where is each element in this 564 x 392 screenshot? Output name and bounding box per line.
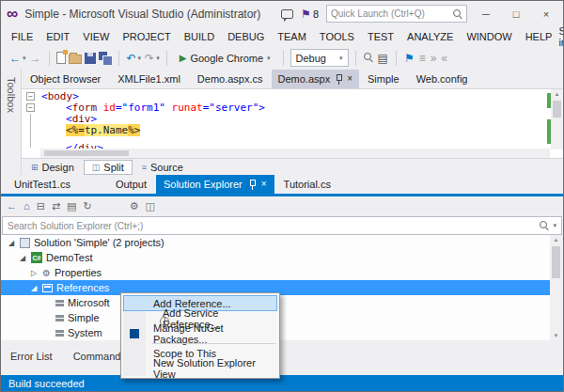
back-icon[interactable]: ← (7, 201, 17, 212)
menu-team[interactable]: TEAM (271, 28, 313, 45)
scroll-up-icon[interactable]: ▲ (550, 235, 562, 244)
tab-output[interactable]: Output (106, 175, 156, 194)
menu-view[interactable]: VIEW (76, 28, 116, 45)
visual-studio-window: ∞ Simple - Microsoft Visual Studio (Admi… (0, 0, 564, 392)
expander-expanded-icon[interactable]: ◢ (29, 284, 39, 292)
minimize-button[interactable]: ─ (475, 8, 497, 20)
solution-configuration-dropdown[interactable]: Debug ▾ (290, 49, 349, 67)
menu-help[interactable]: HELP (519, 28, 559, 45)
redo-dropdown-icon[interactable]: ▾ (156, 55, 160, 62)
tab-design[interactable]: ⊞Design (24, 161, 82, 174)
redo-icon[interactable]: ↷ (144, 52, 155, 65)
undo-dropdown-icon[interactable]: ▾ (138, 55, 142, 62)
tab-xmlfile1[interactable]: XMLFile1.xml (109, 70, 189, 88)
search-icon (453, 9, 462, 19)
fold-collapse-icon[interactable]: − (26, 92, 35, 101)
scrollbar-thumb[interactable] (44, 150, 129, 156)
outdent-icon[interactable]: « (440, 52, 448, 65)
refresh-icon[interactable]: ↻ (84, 201, 92, 212)
menu-test[interactable]: TEST (361, 28, 400, 45)
expander-expanded-icon[interactable]: ◢ (18, 254, 27, 262)
toolbar-separator (166, 51, 167, 66)
tab-simple[interactable]: Simple (359, 70, 408, 88)
close-button[interactable]: × (535, 8, 557, 20)
tab-split[interactable]: ◫Split (84, 160, 133, 175)
references-context-menu: Add Reference... Add Service Reference..… (120, 292, 280, 379)
toolbox-panel-tab[interactable]: Toolbox (1, 70, 22, 175)
tab-tutorial[interactable]: Tutorial.cs (274, 175, 340, 194)
properties-icon[interactable]: ⚙ (130, 201, 139, 212)
collapse-all-icon[interactable]: ⊟ (37, 201, 45, 212)
tab-demo-aspx-cs[interactable]: Demo.aspx.cs (189, 70, 272, 88)
maximize-button[interactable]: □ (505, 8, 527, 20)
home-icon[interactable]: ⌂ (24, 201, 30, 212)
expander-expanded-icon[interactable]: ◢ (7, 239, 16, 247)
pin-icon[interactable] (335, 74, 342, 85)
code-editor[interactable]: − − <body> <form id="form1" runat="serve… (22, 88, 563, 158)
comment-icon[interactable]: ≡ (418, 52, 427, 65)
notifications-flag-icon[interactable]: ⚑8 (301, 8, 319, 21)
tab-web-config[interactable]: Web.config (408, 70, 477, 88)
menu-item-manage-nuget-packages[interactable]: Manage NuGet Packages... (123, 326, 277, 341)
tab-source[interactable]: ≡Source (134, 161, 191, 174)
menu-item-new-solution-explorer-view[interactable]: New Solution Explorer View (123, 361, 277, 376)
menu-window[interactable]: WINDOW (460, 28, 518, 45)
start-debug-button[interactable]: ▶ Google Chrome ▾ (174, 51, 276, 66)
menu-edit[interactable]: EDIT (39, 28, 76, 45)
pin-icon[interactable] (248, 180, 256, 190)
show-all-files-icon[interactable]: ▤ (67, 201, 76, 212)
code-area[interactable]: <body> <form id="form1" runat="server"> … (41, 91, 548, 154)
undo-icon[interactable]: ↶ (126, 52, 137, 65)
close-icon[interactable]: × (261, 180, 267, 189)
tree-item-properties[interactable]: ▷ ⚙ Properties (1, 265, 550, 280)
scrollbar-thumb[interactable] (553, 101, 561, 118)
source-view-icon: ≡ (142, 163, 147, 172)
tab-object-browser[interactable]: Object Browser (22, 70, 109, 88)
close-icon[interactable]: × (347, 74, 352, 84)
tab-unittest1[interactable]: UnitTest1.cs (5, 175, 80, 194)
quick-launch-input[interactable] (331, 8, 453, 19)
run-target-label: Google Chrome (190, 53, 263, 64)
tree-item-label: References (56, 282, 109, 293)
sync-with-active-document-icon[interactable]: ⇄ (52, 201, 60, 212)
asp-server-tag: %> (128, 124, 140, 136)
menu-build[interactable]: BUILD (178, 28, 221, 45)
indent-icon[interactable]: » (430, 52, 438, 65)
save-all-icon[interactable] (99, 52, 112, 64)
menu-project[interactable]: PROJECT (116, 28, 177, 45)
save-icon[interactable] (85, 53, 96, 64)
editor-vertical-scrollbar[interactable]: ▲ (551, 89, 563, 149)
tree-vertical-scrollbar[interactable]: ▲ ▼ (550, 235, 562, 340)
scroll-up-icon[interactable]: ▲ (551, 89, 563, 99)
chevron-down-icon[interactable]: ▾ (553, 222, 556, 229)
bookmark-icon[interactable]: ⚑ (403, 52, 415, 65)
scrollbar-thumb[interactable] (552, 246, 560, 278)
editor-horizontal-scrollbar[interactable] (40, 149, 550, 158)
fold-collapse-icon[interactable]: − (26, 103, 35, 112)
tab-solution-explorer[interactable]: Solution Explorer × (156, 175, 274, 194)
tab-error-list[interactable]: Error List (10, 351, 53, 362)
code-line (41, 136, 548, 143)
preview-selected-items-icon[interactable]: ◫ (146, 201, 155, 212)
open-file-icon[interactable] (69, 55, 82, 64)
menu-tools[interactable]: TOOLS (313, 28, 361, 45)
tree-item-demotest[interactable]: ◢ C# DemoTest (1, 250, 550, 265)
navigate-back-icon[interactable]: ← (8, 52, 22, 65)
expander-collapsed-icon[interactable]: ▷ (29, 269, 39, 277)
toolbar-separator (355, 51, 356, 66)
navigate-back-dropdown-icon[interactable]: ▾ (23, 55, 26, 62)
menu-debug[interactable]: DEBUG (221, 28, 271, 45)
solution-platforms-icon[interactable]: ▤ (377, 52, 389, 65)
sign-in-button[interactable]: Sign in (558, 25, 564, 48)
menu-analyze[interactable]: ANALYZE (400, 28, 460, 45)
navigate-forward-icon[interactable]: → (29, 52, 42, 65)
scroll-down-icon[interactable]: ▼ (550, 331, 562, 340)
feedback-icon[interactable] (281, 9, 293, 19)
tab-demo-aspx[interactable]: Demo.aspx × (272, 70, 359, 88)
new-file-icon[interactable] (56, 52, 66, 64)
find-in-files-icon[interactable] (363, 52, 374, 65)
tree-item-solution[interactable]: ◢ Solution 'Simple' (2 projects) (1, 235, 550, 250)
solution-explorer-search-input[interactable] (8, 221, 536, 231)
tree-item-label: DemoTest (46, 252, 93, 263)
menu-file[interactable]: FILE (5, 28, 39, 45)
